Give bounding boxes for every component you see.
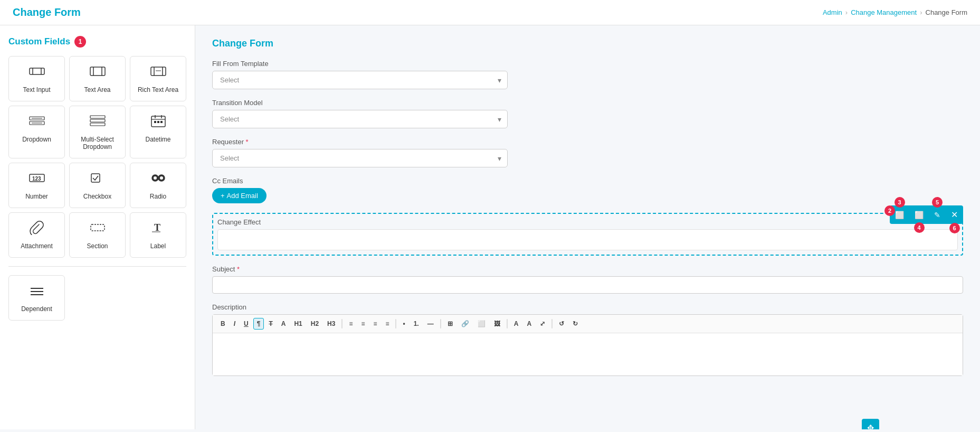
requester-group: Requester * Select (212, 138, 963, 167)
main-content: Change Form Fill From Template Select Tr… (195, 25, 980, 429)
rte-hr[interactable]: — (424, 318, 437, 330)
add-email-button[interactable]: + Add Email (212, 188, 267, 203)
field-card-text-input[interactable]: Text Input (8, 56, 65, 101)
field-card-text-area-label: Text Area (84, 86, 110, 93)
field-card-attachment-label: Attachment (21, 242, 53, 250)
svg-rect-23 (160, 121, 163, 123)
toolbar-move-button[interactable]: ✥ (862, 419, 879, 430)
rte-sep-4 (507, 319, 508, 328)
fill-from-template-select[interactable]: Select (212, 71, 508, 89)
svg-rect-31 (91, 224, 104, 231)
field-card-multi-select-dropdown[interactable]: Multi-Select Dropdown (69, 106, 126, 158)
copy-icon: ⬜ (915, 211, 924, 219)
field-card-dropdown[interactable]: Dropdown (8, 106, 65, 158)
field-card-text-area[interactable]: Text Area (69, 56, 126, 101)
rte-sep-1 (341, 319, 342, 328)
breadcrumb-sep-1: › (845, 8, 848, 16)
field-card-radio[interactable]: Radio (130, 163, 186, 208)
add-email-label: Add Email (227, 192, 258, 200)
cc-emails-label: Cc Emails (212, 177, 963, 185)
rte-align-right[interactable]: ≡ (369, 318, 380, 330)
field-card-dropdown-label: Dropdown (22, 136, 51, 143)
toolbar-edit-button[interactable]: ✎ (929, 206, 946, 223)
change-effect-inner[interactable] (217, 229, 958, 250)
field-card-datetime[interactable]: Datetime (130, 106, 186, 158)
fill-from-template-group: Fill From Template Select (212, 60, 963, 89)
svg-text:T: T (154, 222, 160, 233)
rte-highlight[interactable]: A (523, 318, 535, 330)
breadcrumb-current: Change Form (926, 8, 967, 16)
field-card-number-label: Number (25, 193, 48, 200)
rte-bullet-list[interactable]: • (399, 318, 408, 330)
rte-h1[interactable]: H1 (290, 318, 306, 330)
field-card-dependent[interactable]: Dependent (8, 275, 65, 321)
rte-undo[interactable]: ↺ (555, 318, 568, 330)
rte-align-justify[interactable]: ≡ (382, 318, 393, 330)
move-icon: ✥ (867, 423, 874, 430)
svg-rect-14 (90, 116, 105, 118)
field-card-checkbox[interactable]: Checkbox (69, 163, 126, 208)
svg-rect-26 (91, 174, 100, 182)
rte-fullscreen[interactable]: ⤢ (536, 318, 549, 330)
custom-fields-title: Custom Fields (8, 36, 70, 47)
rte-paragraph[interactable]: ¶ (253, 318, 264, 330)
rte-font[interactable]: A (278, 318, 290, 330)
rte-bold[interactable]: B (217, 318, 229, 330)
requester-select[interactable]: Select (212, 149, 508, 167)
toolbar-copy-button[interactable]: ⬜ (909, 206, 929, 223)
sidebar-divider (8, 266, 186, 267)
transition-model-group: Transition Model Select (212, 99, 963, 128)
duplicate-icon: ⬜ (895, 211, 904, 219)
field-card-number[interactable]: 123 Number (8, 163, 65, 208)
cc-emails-group: Cc Emails + Add Email (212, 177, 963, 203)
app-header: Change Form Admin › Change Management › … (0, 0, 980, 25)
field-card-label[interactable]: T Label (130, 212, 186, 258)
transition-model-select[interactable]: Select (212, 110, 508, 128)
rte-table[interactable]: ⊞ (444, 318, 456, 330)
field-card-radio-label: Radio (150, 193, 166, 200)
change-effect-label: Change Effect (217, 218, 958, 226)
rte-h2[interactable]: H2 (307, 318, 322, 330)
field-card-text-input-label: Text Input (23, 86, 50, 93)
rte-align-left[interactable]: ≡ (345, 318, 356, 330)
rte-strikethrough[interactable]: T (265, 318, 276, 330)
checkbox-icon (89, 171, 106, 189)
requester-wrapper: Select (212, 149, 508, 167)
svg-point-28 (154, 176, 157, 180)
dropdown-icon (28, 114, 45, 132)
rte-ordered-list[interactable]: 1. (410, 318, 423, 330)
breadcrumb-change-management[interactable]: Change Management (851, 8, 917, 16)
text-area-icon (89, 64, 106, 82)
rte-embed[interactable]: ⬜ (474, 318, 489, 330)
edit-icon: ✎ (934, 211, 940, 219)
rte-underline[interactable]: U (240, 318, 252, 330)
breadcrumb-admin[interactable]: Admin (823, 8, 842, 16)
subject-group: Subject * (212, 265, 963, 294)
form-title: Change Form (212, 38, 963, 49)
rte-italic[interactable]: I (230, 318, 239, 330)
svg-point-30 (160, 176, 163, 180)
svg-text:123: 123 (32, 176, 41, 182)
svg-rect-21 (154, 121, 156, 123)
rte-link[interactable]: 🔗 (458, 318, 473, 330)
close-icon: ✕ (951, 210, 958, 220)
field-card-section[interactable]: Section (69, 212, 126, 258)
description-content[interactable] (213, 333, 963, 375)
toolbar-close-button[interactable]: ✕ (946, 205, 963, 224)
rte-color[interactable]: A (510, 318, 522, 330)
rte-toolbar: B I U ¶ T A H1 H2 H3 ≡ ≡ ≡ ≡ • 1. (213, 315, 963, 333)
add-email-plus: + (221, 192, 225, 200)
svg-rect-6 (151, 67, 166, 76)
field-card-section-label: Section (87, 242, 108, 250)
rte-image[interactable]: 🖼 (490, 318, 504, 330)
subject-input[interactable] (212, 276, 963, 294)
field-card-rich-text-area[interactable]: Rich Text Area (130, 56, 186, 101)
field-card-attachment[interactable]: Attachment (8, 212, 65, 258)
rte-align-center[interactable]: ≡ (357, 318, 368, 330)
toolbar-duplicate-button[interactable]: ⬜ (890, 206, 909, 223)
multi-select-dropdown-icon (89, 114, 106, 132)
rte-h3[interactable]: H3 (324, 318, 339, 330)
breadcrumb: Admin › Change Management › Change Form (823, 8, 967, 16)
app-title: Change Form (13, 6, 81, 18)
rte-redo[interactable]: ↻ (569, 318, 582, 330)
